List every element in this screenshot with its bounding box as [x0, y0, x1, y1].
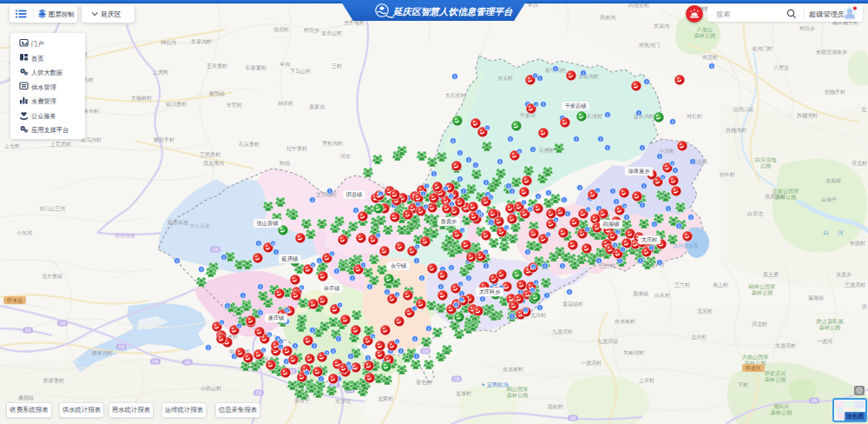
svg-text:三村: 三村: [332, 63, 342, 70]
svg-text:路家沟村: 路家沟村: [92, 349, 113, 356]
svg-text:香营乡: 香营乡: [441, 218, 457, 225]
svg-text:康庄镇: 康庄镇: [268, 315, 285, 321]
svg-text:西棚湾村: 西棚湾村: [797, 112, 818, 119]
svg-text:长园村: 长园村: [850, 241, 865, 247]
svg-text:森林公园: 森林公园: [507, 392, 529, 399]
svg-text:北宅村: 北宅村: [697, 308, 713, 315]
svg-text:九渡河村: 九渡河村: [552, 328, 573, 335]
svg-text:对石村: 对石村: [687, 113, 702, 120]
svg-text:黑龙潭沟: 黑龙潭沟: [203, 160, 224, 167]
svg-text:永宁镇: 永宁镇: [391, 262, 407, 268]
svg-text:G6: G6: [569, 415, 575, 421]
svg-text:G6: G6: [811, 398, 817, 403]
svg-text:G6: G6: [118, 344, 124, 349]
svg-text:上庄村: 上庄村: [638, 377, 654, 384]
svg-text:森林公园: 森林公园: [819, 324, 841, 331]
svg-text:井庄镇: 井庄镇: [324, 285, 340, 291]
svg-text:森林公园: 森林公园: [694, 32, 716, 39]
svg-text:大庄科乡: 大庄科乡: [479, 288, 501, 295]
svg-text:白草洼: 白草洼: [747, 211, 763, 217]
svg-text:九渡河镇: 九渡河镇: [597, 338, 618, 345]
svg-text:张山营镇: 张山营镇: [257, 220, 279, 227]
svg-text:供水管理: 供水管理: [31, 83, 56, 91]
svg-text:龙聚村: 龙聚村: [378, 396, 393, 402]
svg-text:北庄村: 北庄村: [691, 334, 707, 341]
svg-text:公园: 公园: [760, 162, 771, 169]
svg-text:图层控制: 图层控制: [49, 10, 75, 18]
svg-text:东水岭村: 东水岭村: [503, 366, 523, 373]
svg-text:水泉峪: 水泉峪: [825, 178, 841, 184]
svg-text:大深沟: 大深沟: [654, 23, 669, 30]
svg-text:森林公园: 森林公园: [771, 409, 792, 416]
svg-text:镇川堡村: 镇川堡村: [165, 101, 187, 108]
svg-text:一渡河: 一渡河: [817, 338, 832, 345]
svg-text:西槐湾村: 西槐湾村: [726, 127, 746, 134]
svg-text:旧县镇: 旧县镇: [346, 191, 363, 198]
svg-text:水口山三沟: 水口山三沟: [39, 206, 65, 212]
svg-text:大浮坨: 大浮坨: [335, 398, 351, 404]
svg-text:水头村: 水头村: [497, 76, 513, 82]
svg-text:王良堡村: 王良堡村: [206, 63, 227, 70]
svg-text:森林公园: 森林公园: [752, 289, 773, 296]
svg-text:龙厚村: 龙厚村: [456, 391, 471, 397]
svg-text:延崇高速: 延崇高速: [167, 219, 188, 225]
svg-text:公众服务: 公众服务: [31, 112, 56, 120]
svg-text:河北村: 河北村: [752, 321, 767, 328]
svg-text:半沟: 半沟: [279, 62, 290, 68]
svg-text:羊官村: 羊官村: [226, 102, 242, 109]
svg-text:庙上村: 庙上村: [713, 282, 728, 288]
svg-text:石头堡村: 石头堡村: [238, 141, 260, 148]
svg-text:雕鹗镇: 雕鹗镇: [209, 90, 225, 97]
svg-text:八签山: 八签山: [697, 26, 713, 32]
svg-text:水费管理: 水费管理: [31, 97, 56, 105]
svg-text:白河堡水库: 白河堡水库: [674, 242, 699, 249]
svg-text:大岭沟村: 大岭沟村: [623, 349, 644, 356]
svg-text:北: 北: [861, 106, 866, 113]
svg-text:对角沟门: 对角沟门: [639, 42, 660, 49]
svg-text:八里店: 八里店: [773, 64, 789, 71]
svg-text:老东山村: 老东山村: [321, 30, 342, 36]
svg-text:森林公园: 森林公园: [775, 194, 797, 201]
svg-text:特年村: 特年村: [720, 172, 735, 178]
svg-text:G6: G6: [152, 359, 158, 364]
svg-text:水原乡: 水原乡: [836, 271, 852, 277]
svg-text:西南沟: 西南沟: [600, 15, 615, 21]
svg-text:李家沟村: 李家沟村: [190, 38, 212, 45]
svg-text:三间房村: 三间房村: [200, 151, 220, 158]
svg-text:三渡河村: 三渡河村: [845, 282, 865, 288]
svg-text:河北村: 河北村: [852, 160, 867, 167]
svg-text:鸭地: 鸭地: [279, 161, 291, 166]
svg-text:白 河: 白 河: [824, 229, 847, 236]
svg-text:许营村: 许营村: [702, 55, 718, 61]
svg-text:首页: 首页: [31, 55, 43, 63]
svg-text:香屯村: 香屯村: [416, 379, 431, 386]
svg-text:艾河浦村: 艾河浦村: [316, 192, 337, 198]
svg-text:延崇高速: 延崇高速: [114, 232, 135, 238]
svg-text:石槽村: 石槽村: [538, 147, 555, 154]
svg-text:G6: G6: [184, 360, 190, 365]
svg-text:G6: G6: [24, 328, 30, 333]
svg-text:珍珠泉乡: 珍珠泉乡: [628, 168, 650, 174]
svg-text:大渡河村: 大渡河村: [775, 342, 796, 349]
svg-text:样田乡: 样田乡: [304, 28, 319, 34]
svg-text:大石窑村: 大石窑村: [445, 92, 466, 99]
svg-text:长哨营满族乡: 长哨营满族乡: [816, 49, 847, 56]
svg-text:渤海镇: 渤海镇: [633, 291, 648, 297]
svg-text:瀑海镇: 瀑海镇: [807, 295, 824, 301]
svg-text:黎留子村: 黎留子村: [154, 136, 174, 143]
svg-text:延庆区: 延庆区: [101, 10, 122, 18]
svg-text:千家店镇: 千家店镇: [565, 103, 588, 109]
svg-text:G6: G6: [212, 247, 218, 252]
svg-text:北庄村: 北庄村: [530, 312, 546, 319]
svg-text:京礼高速: 京礼高速: [189, 223, 209, 229]
svg-text:黄家沟: 黄家沟: [309, 103, 325, 110]
svg-text:白木村: 白木村: [654, 293, 670, 299]
svg-text:延庆区智慧人饮信息管理平台: 延庆区智慧人饮信息管理平台: [392, 6, 513, 17]
svg-text:G6: G6: [59, 321, 65, 326]
svg-text:上瓦房村: 上瓦房村: [49, 141, 71, 148]
svg-text:搜索: 搜索: [716, 10, 730, 18]
svg-text:门户: 门户: [31, 40, 43, 48]
svg-text:孙庄村: 孙庄村: [278, 100, 293, 107]
svg-text:桑园镇: 桑园镇: [18, 394, 34, 401]
svg-text:白庙子: 白庙子: [821, 196, 837, 203]
